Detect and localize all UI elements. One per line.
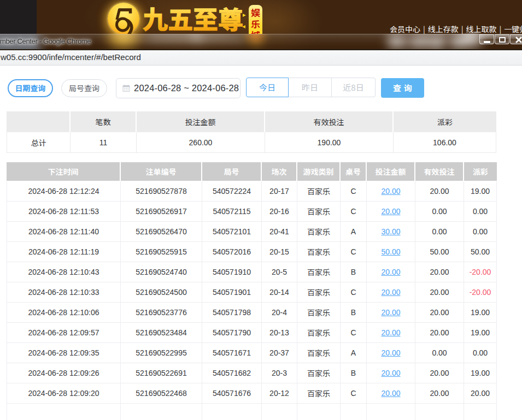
svg-text:九五至尊: 九五至尊 [143,2,243,36]
